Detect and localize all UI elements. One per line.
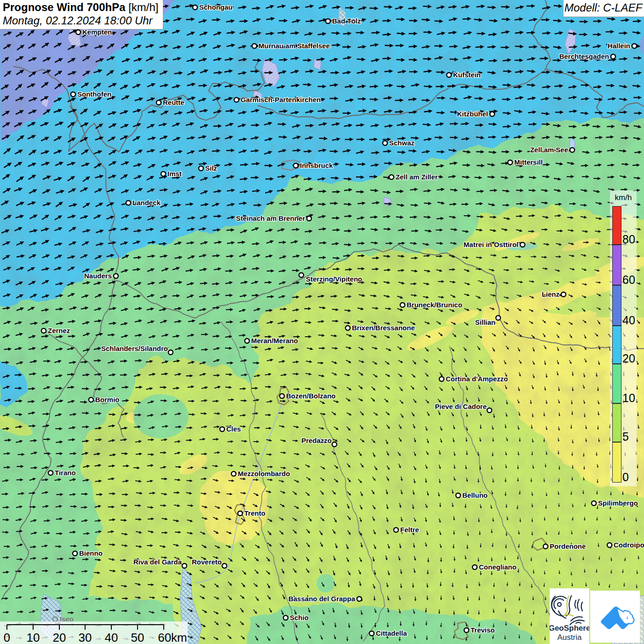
svg-text:Rovereto: Rovereto: [192, 558, 222, 566]
svg-text:Predazzo: Predazzo: [301, 437, 332, 444]
svg-text:Bassano del Grappa: Bassano del Grappa: [288, 595, 356, 603]
svg-text:Kitzbühel: Kitzbühel: [457, 110, 489, 118]
svg-text:Schongau: Schongau: [199, 3, 233, 11]
svg-text:0: 0: [4, 631, 10, 644]
svg-text:Steinach am Brenner: Steinach am Brenner: [236, 214, 305, 222]
svg-text:Zell am See: Zell am See: [530, 146, 568, 154]
svg-text:Cles: Cles: [226, 425, 241, 433]
svg-text:Brixen/Bressanone: Brixen/Bressanone: [352, 324, 415, 332]
svg-text:Landeck: Landeck: [132, 199, 161, 207]
svg-text:Sillian: Sillian: [475, 318, 495, 326]
svg-text:Tirano: Tirano: [55, 469, 76, 477]
svg-text:Bad Tölz: Bad Tölz: [332, 17, 361, 25]
svg-text:40: 40: [105, 631, 118, 644]
svg-text:Reutte: Reutte: [163, 98, 184, 106]
svg-text:Zernez: Zernez: [48, 327, 70, 334]
svg-text:Codroipo: Codroipo: [614, 541, 644, 549]
svg-text:Hallein: Hallein: [608, 42, 630, 50]
svg-text:Bozen/Bolzano: Bozen/Bolzano: [286, 392, 336, 400]
svg-text:Matrei in Osttirol: Matrei in Osttirol: [464, 241, 518, 248]
svg-text:Spilimbergo: Spilimbergo: [598, 499, 638, 507]
svg-text:Bormio: Bormio: [95, 396, 120, 403]
svg-text:Treviso: Treviso: [471, 626, 495, 634]
svg-text:Mezzolombardo: Mezzolombardo: [238, 470, 290, 477]
svg-text:Bienno: Bienno: [79, 549, 103, 557]
svg-text:10: 10: [27, 631, 40, 644]
svg-text:Cortina d'Ampezzo: Cortina d'Ampezzo: [446, 375, 508, 383]
svg-text:30: 30: [79, 631, 92, 644]
svg-text:Imst: Imst: [167, 170, 182, 178]
svg-text:Nauders: Nauders: [84, 272, 112, 280]
svg-text:Innsbruck: Innsbruck: [300, 161, 333, 169]
svg-text:60km: 60km: [158, 631, 187, 644]
svg-text:Belluno: Belluno: [462, 491, 488, 499]
svg-text:Kufstein: Kufstein: [453, 71, 481, 79]
svg-text:Cittadella: Cittadella: [376, 629, 407, 637]
svg-text:Riva del Garda: Riva del Garda: [133, 558, 182, 566]
svg-text:Lienz: Lienz: [542, 290, 559, 298]
svg-text:Trento: Trento: [244, 509, 265, 517]
svg-text:50: 50: [131, 631, 144, 644]
svg-text:Austria: Austria: [558, 633, 582, 642]
svg-text:20: 20: [53, 631, 66, 644]
svg-text:Silz: Silz: [205, 164, 217, 172]
svg-text:Pordenone: Pordenone: [550, 542, 586, 550]
svg-text:Pieve di Cadore: Pieve di Cadore: [435, 402, 487, 410]
svg-text:Feltre: Feltre: [400, 526, 419, 534]
svg-text:Bruneck/Brunico: Bruneck/Brunico: [407, 301, 462, 309]
svg-text:Conegliano: Conegliano: [479, 563, 517, 571]
svg-text:Zell am Ziller: Zell am Ziller: [396, 173, 438, 181]
svg-text:Mittersill: Mittersill: [514, 158, 543, 166]
svg-text:GeoSphere: GeoSphere: [550, 624, 589, 632]
svg-text:Berchtesgaden: Berchtesgaden: [559, 52, 609, 60]
svg-text:Schlanders/Silandro: Schlanders/Silandro: [101, 345, 168, 352]
svg-text:Garmisch-Partenkirchen: Garmisch-Partenkirchen: [241, 96, 321, 104]
svg-text:Sterzing/Vipiteno: Sterzing/Vipiteno: [306, 275, 362, 283]
svg-text:Sonthofen: Sonthofen: [77, 90, 111, 98]
svg-text:Schio: Schio: [290, 614, 309, 621]
svg-text:Murnau am Staffelsee: Murnau am Staffelsee: [259, 42, 330, 50]
svg-text:Meran/Merano: Meran/Merano: [251, 337, 298, 345]
svg-text:Schwaz: Schwaz: [389, 139, 414, 147]
